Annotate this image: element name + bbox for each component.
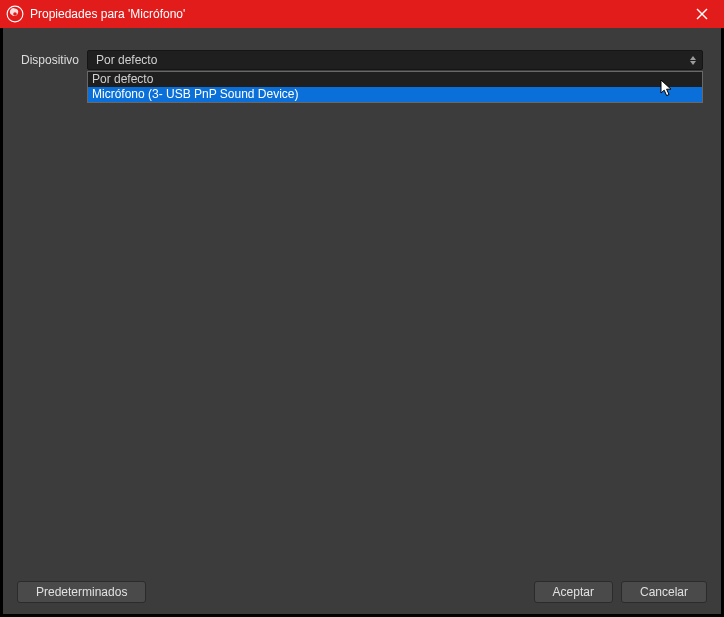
device-select-value: Por defecto: [96, 53, 157, 67]
cancel-button-label: Cancelar: [640, 585, 688, 599]
svg-point-1: [13, 12, 17, 16]
device-dropdown: Por defecto Micrófono (3- USB PnP Sound …: [87, 71, 703, 103]
form-area: Dispositivo Por defecto Por defecto Micr…: [3, 28, 721, 570]
device-option-usb-mic[interactable]: Micrófono (3- USB PnP Sound Device): [88, 87, 702, 102]
device-label: Dispositivo: [21, 53, 79, 67]
device-combo: Por defecto Por defecto Micrófono (3- US…: [87, 50, 703, 70]
bottom-bar: Predeterminados Aceptar Cancelar: [3, 570, 721, 614]
obs-icon: [6, 5, 24, 23]
properties-dialog: Propiedades para 'Micrófono' Dispositivo…: [0, 0, 724, 617]
device-option-default[interactable]: Por defecto: [88, 72, 702, 87]
cancel-button[interactable]: Cancelar: [621, 581, 707, 603]
defaults-button[interactable]: Predeterminados: [17, 581, 146, 603]
device-row: Dispositivo Por defecto Por defecto Micr…: [21, 50, 703, 70]
defaults-button-label: Predeterminados: [36, 585, 127, 599]
device-select[interactable]: Por defecto: [87, 50, 703, 70]
close-icon: [696, 8, 708, 20]
ok-button[interactable]: Aceptar: [534, 581, 613, 603]
close-button[interactable]: [680, 0, 724, 28]
updown-icon: [688, 53, 698, 67]
ok-button-label: Aceptar: [553, 585, 594, 599]
window-title: Propiedades para 'Micrófono': [30, 7, 680, 21]
client-area: Dispositivo Por defecto Por defecto Micr…: [2, 28, 722, 615]
titlebar[interactable]: Propiedades para 'Micrófono': [0, 0, 724, 28]
